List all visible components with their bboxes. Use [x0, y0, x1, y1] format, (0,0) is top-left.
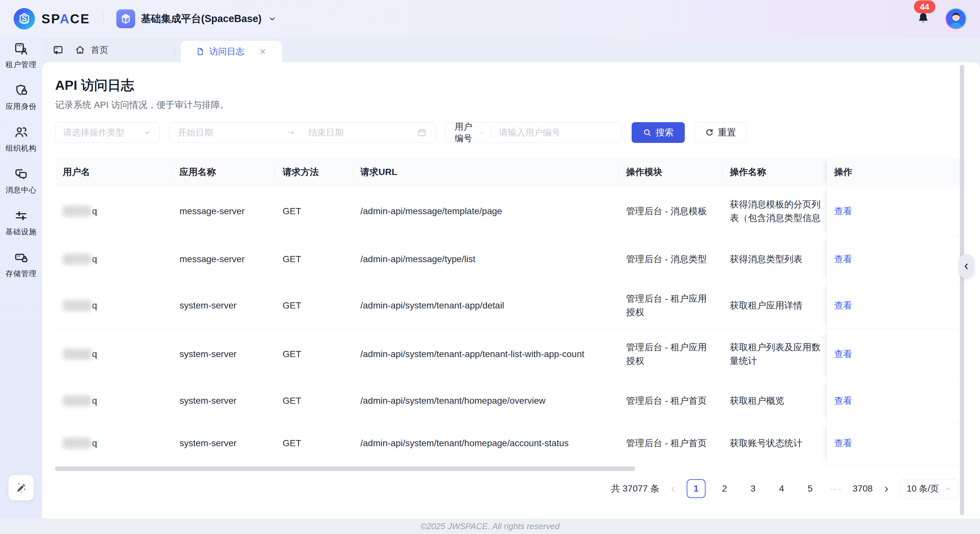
topbar: SPACE 基础集成平台(SpaceBase) 44: [0, 0, 980, 38]
username-redacted: [63, 206, 91, 217]
topbar-divider: [103, 12, 103, 26]
username-redacted: [63, 395, 91, 406]
refresh-icon: [705, 128, 714, 137]
page-title: API 访问日志: [55, 76, 967, 94]
sidebar-item-4[interactable]: 消息中心: [5, 167, 37, 195]
sidebar-item-5[interactable]: 基础设施: [5, 209, 37, 237]
cell-operation-name: 获取租户概览: [722, 380, 826, 422]
column-header-6: 操作名称: [722, 158, 826, 186]
view-link[interactable]: 查看: [834, 347, 852, 361]
cell-url: /admin-api/message/template/page: [353, 186, 618, 236]
sidebar-item-3[interactable]: 组织机构: [5, 125, 37, 153]
user-field-select[interactable]: 用户编号: [445, 121, 491, 144]
search-button[interactable]: 搜索: [632, 122, 685, 143]
cell-operation-name: 获得消息模板的分页列表（包含消息类型信息: [722, 186, 826, 236]
view-link[interactable]: 查看: [834, 437, 852, 450]
notifications-button[interactable]: 44: [916, 11, 930, 26]
page-size-select[interactable]: 10 条/页: [900, 479, 959, 498]
cell-actions: 查看: [826, 380, 967, 422]
cell-url: /admin-api/system/tenant/homepage/accoun…: [353, 422, 618, 464]
magic-pen-icon: [14, 481, 28, 494]
chevron-left-icon: [961, 262, 971, 271]
chevron-down-icon: [267, 14, 277, 24]
page-size-value: 10 条/页: [907, 483, 939, 494]
cell-actions: 查看: [826, 236, 967, 282]
chevron-down-icon: [143, 128, 151, 137]
brand-wordmark: SPACE: [41, 12, 90, 26]
column-header-5: 操作模块: [618, 158, 722, 186]
user-field-label: 用户编号: [455, 121, 476, 144]
page-button-3[interactable]: 3: [744, 479, 762, 498]
table-body: qmessage-serverGET/admin-api/message/tem…: [55, 186, 967, 464]
sidebar-item-2[interactable]: 应用身份: [5, 83, 37, 111]
cell-actions: 查看: [826, 422, 967, 464]
username-redacted: [63, 254, 91, 265]
view-link[interactable]: 查看: [834, 205, 852, 218]
cell-username: q: [55, 380, 172, 422]
collapse-drawer-handle[interactable]: [959, 254, 974, 279]
sidebar-item-label: 基础设施: [5, 227, 37, 237]
view-link[interactable]: 查看: [834, 394, 852, 408]
cell-method: GET: [275, 380, 353, 422]
user-avatar[interactable]: [946, 8, 966, 29]
cell-app-name: system-server: [172, 380, 275, 422]
api-log-table: 用户名应用名称请求方法请求URL操作模块操作名称操作 qmessage-serv…: [55, 158, 967, 464]
app-switcher[interactable]: 基础集成平台(SpaceBase): [116, 10, 277, 28]
page-button-4[interactable]: 4: [772, 479, 791, 498]
sidebar-item-6[interactable]: 存储管理: [5, 251, 37, 279]
tab-toggle-icon[interactable]: [52, 44, 64, 57]
tab-close-icon[interactable]: [259, 47, 267, 56]
cell-module: 管理后台 - 消息模板: [618, 186, 722, 236]
app-name: 基础集成平台(SpaceBase): [141, 12, 261, 25]
next-page-button[interactable]: ›: [883, 483, 890, 494]
storage-management-icon: [14, 251, 28, 266]
copyright-text: ©2025 JWSPACE. All rights reserved: [420, 521, 560, 531]
operation-name-text: 获得消息类型列表: [730, 253, 802, 266]
tab-access-log[interactable]: 访问日志: [181, 41, 282, 62]
page-button-2[interactable]: 2: [715, 479, 734, 498]
username-suffix: q: [92, 205, 97, 218]
sidebar-item-label: 存储管理: [5, 269, 37, 279]
date-range-picker[interactable]: 开始日期 结束日期: [169, 122, 436, 143]
sidebar-divider: [6, 473, 36, 473]
cell-operation-name: 获取账号状态统计: [722, 422, 826, 464]
operation-type-select[interactable]: 请选择操作类型: [55, 122, 159, 143]
tab-home[interactable]: 首页: [75, 38, 108, 62]
horizontal-scrollbar[interactable]: [55, 466, 635, 471]
sidebar-item-1[interactable]: 租户管理: [5, 41, 37, 70]
vertical-scrollbar[interactable]: [960, 65, 964, 515]
brand-logo[interactable]: SPACE: [14, 8, 90, 30]
page-subtitle: 记录系统 API 访问情况，便于审计与排障。: [55, 99, 967, 111]
operation-name-text: 获取租户应用详情: [730, 299, 802, 312]
search-button-label: 搜索: [655, 126, 674, 139]
prev-page-button[interactable]: ‹: [669, 483, 677, 494]
view-link[interactable]: 查看: [834, 299, 852, 312]
cell-app-name: system-server: [172, 422, 275, 464]
pagination-total: 共 37077 条: [611, 483, 659, 495]
footer: ©2025 JWSPACE. All rights reserved: [0, 518, 980, 534]
column-header-4: 请求URL: [353, 158, 618, 186]
tab-home-label: 首页: [91, 44, 108, 56]
tab-divider: [174, 44, 175, 56]
search-icon: [643, 128, 652, 137]
column-header-2: 应用名称: [172, 158, 275, 186]
username-suffix: q: [92, 347, 97, 361]
cell-url: /admin-api/system/tenant/homepage/overvi…: [353, 380, 618, 422]
cell-username: q: [55, 236, 172, 282]
cell-module: 管理后台 - 租户首页: [618, 422, 722, 464]
operation-name-text: 获得消息模板的分页列表（包含消息类型信息: [730, 198, 826, 225]
view-link[interactable]: 查看: [834, 253, 852, 266]
page-button-1[interactable]: 1: [687, 479, 705, 498]
user-id-input[interactable]: [491, 122, 622, 143]
operation-type-placeholder: 请选择操作类型: [63, 127, 124, 138]
date-start-placeholder: 开始日期: [178, 127, 286, 138]
cell-method: GET: [275, 236, 353, 282]
bell-icon: [916, 11, 930, 25]
reset-button[interactable]: 重置: [695, 122, 746, 143]
table-row: qmessage-serverGET/admin-api/message/tem…: [55, 186, 967, 236]
sidebar-item-label: 组织机构: [5, 143, 37, 153]
infrastructure-icon: [14, 209, 28, 224]
page-button-5[interactable]: 5: [801, 479, 819, 498]
page-button-last[interactable]: 3708: [853, 479, 873, 498]
ai-pen-button[interactable]: [8, 475, 34, 500]
